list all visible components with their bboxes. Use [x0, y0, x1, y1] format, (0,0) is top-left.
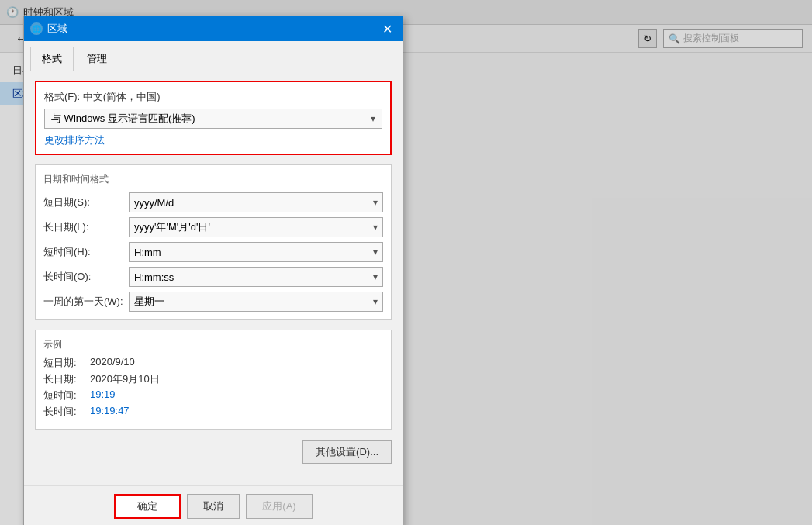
format-dropdown[interactable]: 与 Windows 显示语言匹配(推荐): [44, 109, 382, 129]
example-val-1: 2020年9月10日: [90, 372, 160, 386]
dialog-title-text: 区域: [47, 22, 67, 36]
dialog-title-icon: 🌐: [30, 22, 43, 35]
datetime-label-0: 短日期(S):: [43, 195, 129, 209]
datetime-select-0[interactable]: yyyy/M/d: [129, 192, 383, 212]
datetime-label-4: 一周的第一天(W):: [43, 295, 129, 309]
other-settings-row: 其他设置(D)...: [35, 440, 392, 464]
example-section: 示例 短日期: 2020/9/10 长日期: 2020年9月10日 短时间: 1…: [35, 330, 392, 430]
datetime-arrow-0: [373, 197, 378, 208]
datetime-grid: 短日期(S): yyyy/M/d 长日期(L): yyyy'年'M'月'd'日'…: [43, 192, 383, 312]
apply-button[interactable]: 应用(A): [246, 494, 312, 519]
datetime-val-4: 星期一: [134, 295, 164, 309]
datetime-row-4: 一周的第一天(W): 星期一: [43, 292, 383, 312]
dialog-body: 格式(F): 中文(简体，中国) 与 Windows 显示语言匹配(推荐) 更改…: [24, 71, 403, 485]
tab-admin[interactable]: 管理: [75, 47, 119, 71]
datetime-val-2: H:mm: [134, 247, 161, 258]
format-dropdown-value: 与 Windows 显示语言匹配(推荐): [51, 112, 195, 126]
datetime-arrow-1: [373, 222, 378, 233]
settings-section-title: 日期和时间格式: [43, 173, 383, 186]
tab-format[interactable]: 格式: [30, 47, 74, 71]
format-link[interactable]: 更改排序方法: [44, 133, 105, 147]
datetime-select-4[interactable]: 星期一: [129, 292, 383, 312]
dialog-titlebar: 🌐 区域 ✕: [24, 16, 403, 41]
format-label: 格式(F): 中文(简体，中国): [44, 90, 382, 104]
example-val-0: 2020/9/10: [90, 356, 135, 370]
datetime-row-3: 长时间(O): H:mm:ss: [43, 267, 383, 287]
format-dropdown-arrow: [371, 113, 375, 124]
example-key-2: 短时间:: [43, 389, 90, 402]
datetime-arrow-3: [373, 271, 378, 282]
example-row-1: 长日期: 2020年9月10日: [43, 372, 383, 386]
example-title: 示例: [43, 338, 383, 351]
datetime-row-0: 短日期(S): yyyy/M/d: [43, 192, 383, 212]
datetime-label-3: 长时间(O):: [43, 270, 129, 284]
cancel-button[interactable]: 取消: [187, 494, 240, 519]
dialog-close-button[interactable]: ✕: [378, 19, 396, 38]
other-settings-button[interactable]: 其他设置(D)...: [302, 440, 392, 464]
confirm-button[interactable]: 确定: [114, 494, 181, 519]
settings-section: 日期和时间格式 短日期(S): yyyy/M/d 长日期(L): yyyy'年'…: [35, 164, 392, 320]
datetime-label-1: 长日期(L):: [43, 220, 129, 234]
datetime-row-2: 短时间(H): H:mm: [43, 242, 383, 262]
datetime-val-3: H:mm:ss: [134, 271, 174, 283]
dialog-title-left: 🌐 区域: [30, 22, 67, 36]
datetime-val-1: yyyy'年'M'月'd'日': [134, 220, 210, 234]
format-section: 格式(F): 中文(简体，中国) 与 Windows 显示语言匹配(推荐) 更改…: [35, 81, 392, 155]
dialog-tabs: 格式 管理: [24, 41, 403, 71]
example-key-3: 长时间:: [43, 405, 90, 419]
example-row-3: 长时间: 19:19:47: [43, 405, 383, 419]
datetime-row-1: 长日期(L): yyyy'年'M'月'd'日': [43, 217, 383, 237]
dialog-buttons: 确定 取消 应用(A): [24, 485, 403, 525]
example-key-0: 短日期:: [43, 356, 90, 370]
datetime-select-2[interactable]: H:mm: [129, 242, 383, 262]
example-val-2: 19:19: [90, 389, 116, 402]
region-dialog: 🌐 区域 ✕ 格式 管理 格式(F): 中文(简体，中国) 与 Windows …: [23, 16, 403, 525]
example-key-1: 长日期:: [43, 372, 90, 386]
datetime-select-1[interactable]: yyyy'年'M'月'd'日': [129, 217, 383, 237]
datetime-arrow-4: [373, 296, 378, 307]
datetime-arrow-2: [373, 247, 378, 257]
datetime-val-0: yyyy/M/d: [134, 197, 174, 209]
example-row-2: 短时间: 19:19: [43, 389, 383, 402]
datetime-label-2: 短时间(H):: [43, 245, 129, 259]
datetime-select-3[interactable]: H:mm:ss: [129, 267, 383, 287]
example-val-3: 19:19:47: [90, 405, 130, 419]
example-row-0: 短日期: 2020/9/10: [43, 356, 383, 370]
